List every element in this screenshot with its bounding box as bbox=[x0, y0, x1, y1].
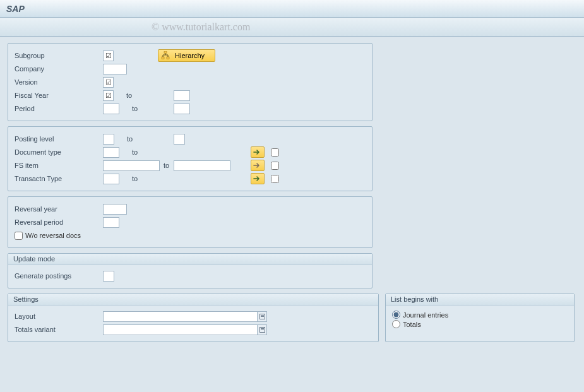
period-to-label: to bbox=[119, 105, 174, 112]
period-label: Period bbox=[15, 105, 103, 112]
transactn-type-to-label: to bbox=[119, 175, 174, 182]
totals-variant-input[interactable] bbox=[103, 324, 267, 335]
reversal-period-input[interactable] bbox=[103, 217, 119, 228]
svg-rect-2 bbox=[167, 57, 169, 59]
transactn-type-label: Transactn Type bbox=[15, 175, 103, 182]
fs-item-to-input[interactable] bbox=[174, 160, 230, 171]
reversal-group: Reversal year Reversal period W/o revers… bbox=[8, 196, 372, 248]
transactn-type-exclude-checkbox[interactable] bbox=[271, 175, 279, 183]
hierarchy-button[interactable]: Hierarchy bbox=[158, 49, 215, 62]
value-help-icon bbox=[259, 314, 265, 319]
layout-input[interactable] bbox=[103, 311, 267, 322]
update-mode-title: Update mode bbox=[8, 254, 372, 265]
wo-reversal-label: W/o reversal docs bbox=[25, 232, 81, 239]
document-type-to-label: to bbox=[119, 148, 174, 156]
window-title: SAP bbox=[0, 0, 584, 18]
totals-variant-label: Totals variant bbox=[15, 326, 103, 333]
svg-rect-1 bbox=[162, 57, 164, 59]
document-type-range-button[interactable] bbox=[251, 146, 265, 158]
subgroup-checkbox[interactable]: ☑ bbox=[103, 50, 114, 61]
version-label: Version bbox=[15, 78, 103, 86]
list-begins-group: List begins with Journal entries Totals bbox=[385, 294, 575, 342]
list-begins-title: List begins with bbox=[386, 294, 574, 306]
version-checkbox[interactable]: ☑ bbox=[103, 77, 114, 88]
reversal-period-label: Reversal period bbox=[15, 218, 103, 226]
posting-level-label: Posting level bbox=[15, 135, 103, 143]
arrow-right-icon bbox=[253, 162, 262, 169]
layout-value-help-button[interactable] bbox=[257, 312, 266, 321]
fs-item-label: FS item bbox=[15, 162, 103, 169]
fs-item-range-button[interactable] bbox=[251, 160, 265, 171]
posting-level-to-label: to bbox=[114, 135, 174, 143]
layout-label: Layout bbox=[15, 312, 103, 320]
settings-group: Settings Layout Totals variant bbox=[8, 294, 379, 342]
subgroup-label: Subgroup bbox=[15, 52, 103, 59]
period-to-input[interactable] bbox=[174, 104, 190, 114]
selection-group-main: Subgroup ☑ Hierarchy Company Version bbox=[8, 43, 372, 121]
fs-item-to-label: to bbox=[160, 162, 174, 169]
fiscal-year-to-input[interactable] bbox=[174, 90, 190, 101]
totals-variant-value-help-button[interactable] bbox=[257, 325, 266, 335]
svg-rect-5 bbox=[261, 316, 264, 317]
transactn-type-range-button[interactable] bbox=[251, 173, 265, 184]
fiscal-year-checkbox[interactable]: ☑ bbox=[103, 90, 114, 101]
hierarchy-button-label: Hierarchy bbox=[175, 52, 205, 59]
period-from-input[interactable] bbox=[103, 104, 119, 114]
fs-item-from-input[interactable] bbox=[103, 160, 160, 171]
generate-postings-input[interactable] bbox=[103, 271, 114, 282]
selection-group-detail: Posting level to Document type to FS ite… bbox=[8, 126, 372, 191]
totals-radio[interactable] bbox=[392, 320, 400, 328]
svg-rect-0 bbox=[164, 51, 167, 54]
content-area: Subgroup ☑ Hierarchy Company Version bbox=[0, 37, 584, 353]
posting-level-to-input[interactable] bbox=[174, 134, 185, 145]
wo-reversal-checkbox[interactable] bbox=[15, 232, 23, 240]
reversal-year-label: Reversal year bbox=[15, 205, 103, 213]
toolbar: © www.tutorialkart.com bbox=[0, 18, 584, 37]
generate-postings-label: Generate postings bbox=[15, 272, 103, 280]
svg-rect-8 bbox=[261, 330, 264, 330]
arrow-right-icon bbox=[253, 175, 262, 182]
hierarchy-icon bbox=[161, 51, 170, 60]
totals-radio-label: Totals bbox=[403, 321, 421, 328]
document-type-label: Document type bbox=[15, 148, 103, 156]
fiscal-year-to-label: to bbox=[114, 92, 174, 99]
watermark-text: © www.tutorialkart.com bbox=[152, 21, 250, 33]
arrow-right-icon bbox=[253, 149, 262, 155]
value-help-icon bbox=[259, 327, 265, 333]
company-input[interactable] bbox=[103, 64, 127, 74]
journal-entries-label: Journal entries bbox=[403, 311, 448, 319]
fiscal-year-label: Fiscal Year bbox=[15, 92, 103, 99]
transactn-type-from-input[interactable] bbox=[103, 174, 119, 184]
posting-level-from-input[interactable] bbox=[103, 134, 114, 145]
settings-title: Settings bbox=[8, 294, 378, 306]
svg-rect-7 bbox=[261, 328, 264, 329]
update-mode-group: Update mode Generate postings bbox=[8, 253, 372, 288]
company-label: Company bbox=[15, 65, 103, 73]
svg-rect-4 bbox=[261, 315, 264, 316]
journal-entries-radio[interactable] bbox=[392, 311, 400, 319]
document-type-from-input[interactable] bbox=[103, 147, 119, 158]
fs-item-exclude-checkbox[interactable] bbox=[271, 162, 279, 170]
reversal-year-input[interactable] bbox=[103, 204, 127, 215]
document-type-exclude-checkbox[interactable] bbox=[271, 148, 279, 157]
